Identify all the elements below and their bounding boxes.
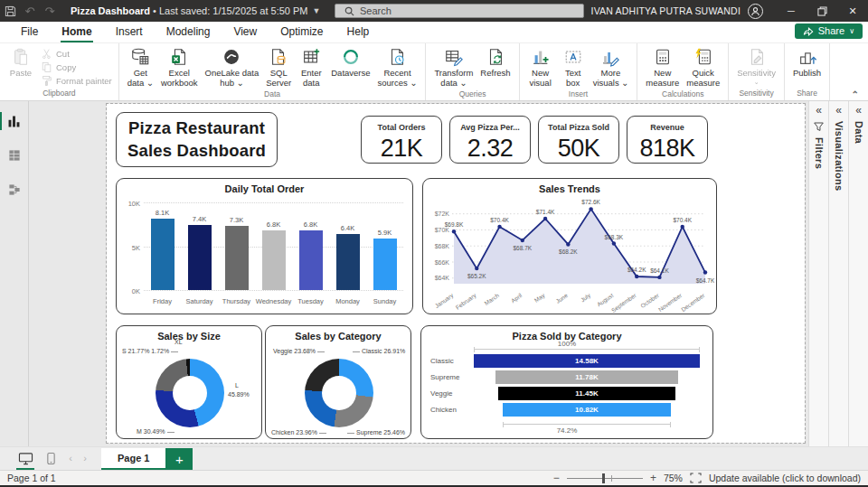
dataverse-button[interactable]: Dataverse xyxy=(327,46,373,89)
sales-trends-chart[interactable]: Sales Trends $64K$66K$68K$70K$72K$69.8K$… xyxy=(422,178,717,314)
cut-button[interactable]: Cut xyxy=(41,48,112,60)
save-icon[interactable] xyxy=(0,0,20,22)
refresh-icon xyxy=(486,47,505,67)
pizza-sold-by-category-chart[interactable]: Pizza Sold by Category 100%Classic14.58K… xyxy=(420,325,713,439)
mobile-view-button[interactable] xyxy=(38,448,63,468)
funnel-bar-classic[interactable]: 14.58K xyxy=(474,354,700,368)
menu-tab-optimize[interactable]: Optimize xyxy=(269,23,335,42)
paste-button[interactable]: Paste xyxy=(5,46,37,88)
transform-data-button[interactable]: Transformdata ⌄ xyxy=(430,46,476,89)
bar-thursday[interactable] xyxy=(225,226,249,290)
share-icon xyxy=(803,26,814,36)
new-measure-button[interactable]: Newmeasure xyxy=(642,46,683,89)
donut-visual[interactable] xyxy=(305,359,373,427)
menu-tab-modeling[interactable]: Modeling xyxy=(155,23,222,42)
bar-friday[interactable] xyxy=(151,219,175,290)
update-available-link[interactable]: Update available (click to download) xyxy=(709,473,861,483)
sensitivity-button[interactable]: Sensitivity⌄ xyxy=(733,46,779,88)
daily-total-order-chart[interactable]: Daily Total Order 10K5K0K8.1K7.4K7.3K6.8… xyxy=(116,178,413,314)
kpi-card-total-pizza-sold[interactable]: Total Pizza Sold50K xyxy=(538,116,619,164)
menu-tab-view[interactable]: View xyxy=(222,23,269,42)
cut-icon xyxy=(41,48,52,60)
zoom-slider[interactable] xyxy=(567,478,643,479)
svg-text:$68.7K: $68.7K xyxy=(514,245,533,251)
ribbon-group-clipboard: PasteCutCopyFormat painterClipboard xyxy=(0,43,119,100)
previous-page-arrow[interactable]: ‹ xyxy=(63,448,78,468)
data-view-button[interactable] xyxy=(3,145,26,166)
ribbon-group-label: Data xyxy=(119,89,426,101)
avatar[interactable] xyxy=(748,4,763,19)
sql-server-button[interactable]: SQLServer xyxy=(262,46,295,89)
filter-funnel-icon xyxy=(813,121,825,132)
donut-visual[interactable] xyxy=(156,359,224,427)
fit-to-page-icon[interactable] xyxy=(690,473,702,483)
svg-text:$71.4K: $71.4K xyxy=(536,209,555,215)
restore-button[interactable] xyxy=(807,0,837,22)
report-page[interactable]: Pizza Restaurant Sales Dashboard Total O… xyxy=(107,104,805,443)
recent-sources-button[interactable]: Recentsources ⌄ xyxy=(374,46,421,89)
text-box-button[interactable]: Textbox xyxy=(557,46,590,89)
redo-icon[interactable]: ↷ xyxy=(40,0,60,22)
bar-sunday[interactable] xyxy=(373,239,397,290)
panel-filters[interactable]: «Filters xyxy=(808,101,828,446)
expand-panel-icon[interactable]: « xyxy=(855,105,862,116)
copy-button[interactable]: Copy xyxy=(41,61,112,73)
zoom-in-button[interactable]: + xyxy=(650,473,656,483)
minimize-button[interactable]: ─ xyxy=(776,0,807,22)
refresh-button[interactable]: Refresh xyxy=(476,46,514,89)
new-page-button[interactable]: + xyxy=(165,448,193,470)
close-button[interactable]: ✕ xyxy=(837,0,868,22)
bar-saturday[interactable] xyxy=(188,225,212,290)
page-tab[interactable]: Page 1 xyxy=(101,448,165,470)
get-data-button[interactable]: Getdata ⌄ xyxy=(124,46,157,89)
search-input[interactable]: Search xyxy=(335,4,584,18)
kpi-card-avg-pizza-per-[interactable]: Avg Pizza Per...2.32 xyxy=(449,116,531,164)
kpi-card-total-orders[interactable]: Total Orders21K xyxy=(361,116,442,164)
desktop-view-button[interactable] xyxy=(13,448,38,468)
menu-tab-help[interactable]: Help xyxy=(335,23,382,42)
bar-monday[interactable] xyxy=(336,234,360,290)
next-page-arrow[interactable]: › xyxy=(78,448,92,468)
donut-slice-label: Veggie 23.68% xyxy=(273,348,325,354)
svg-text:$64K: $64K xyxy=(435,275,450,281)
svg-text:December: December xyxy=(680,292,706,313)
new-visual-button[interactable]: Newvisual xyxy=(524,46,557,89)
format-painter-button[interactable]: Format painter xyxy=(41,75,112,87)
expand-panel-icon[interactable]: « xyxy=(835,105,842,116)
ribbon-group-sensitivity: Sensitivity⌄Sensitivity xyxy=(729,43,785,100)
button-label: data ⌄ xyxy=(440,79,467,89)
ribbon-collapse-icon[interactable]: ⌃ xyxy=(852,89,859,99)
undo-icon[interactable]: ↶ xyxy=(20,0,40,22)
funnel-bar-chicken[interactable]: 10.82K xyxy=(503,403,671,417)
dashboard-title-card[interactable]: Pizza Restaurant Sales Dashboard xyxy=(116,112,278,167)
share-button[interactable]: Share ∨ xyxy=(795,23,863,39)
title-caret-icon[interactable]: ▼ xyxy=(313,6,321,15)
sales-by-size-chart[interactable]: Sales by Size XLS 21.77% 1.72%L45.89%M 3… xyxy=(116,325,262,439)
menu-tab-insert[interactable]: Insert xyxy=(104,23,155,42)
excel-workbook-button[interactable]: Excelworkbook xyxy=(157,46,202,89)
svg-text:$72.6K: $72.6K xyxy=(581,199,600,205)
funnel-bar-veggie[interactable]: 11.45K xyxy=(498,387,675,400)
publish-button[interactable]: Publish xyxy=(789,46,825,88)
quick-measure-button[interactable]: Quickmeasure xyxy=(683,46,723,89)
onelake-data-hub-button[interactable]: OneLake datahub ⌄ xyxy=(202,46,263,89)
enter-data-button[interactable]: Enterdata xyxy=(295,46,327,89)
menu-tab-file[interactable]: File xyxy=(9,23,50,42)
panel-visualizations[interactable]: «Visualizations xyxy=(828,101,848,446)
menu-tab-home[interactable]: Home xyxy=(50,23,103,42)
user-name[interactable]: IVAN ADHITYA PUTRA SUWANDI xyxy=(591,5,741,16)
zoom-out-button[interactable]: − xyxy=(553,473,560,483)
bar-wednesday[interactable] xyxy=(262,230,286,290)
bar-tuesday[interactable] xyxy=(299,230,323,290)
report-canvas[interactable]: Pizza Restaurant Sales Dashboard Total O… xyxy=(29,101,808,446)
panel-data[interactable]: «Data xyxy=(848,101,868,446)
sales-by-category-chart[interactable]: Sales by Category Veggie 23.68%Classic 2… xyxy=(265,325,411,439)
funnel-bar-supreme[interactable]: 11.78K xyxy=(495,370,678,384)
more-visuals-button[interactable]: Morevisuals ⌄ xyxy=(590,46,633,89)
model-view-button[interactable] xyxy=(3,179,26,201)
report-view-button[interactable] xyxy=(3,110,26,132)
button-label: measure xyxy=(686,79,720,89)
zoom-slider-thumb[interactable] xyxy=(602,473,605,483)
expand-panel-icon[interactable]: « xyxy=(816,105,822,116)
kpi-card-revenue[interactable]: Revenue818K xyxy=(627,116,708,164)
